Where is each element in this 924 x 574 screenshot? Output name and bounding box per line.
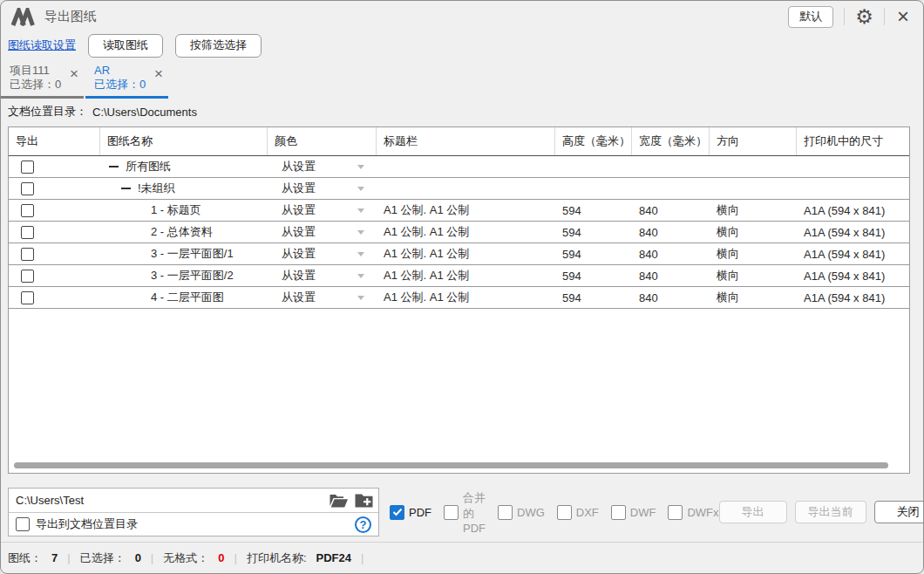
format-dwg[interactable]: DWG	[498, 505, 545, 520]
row-export-checkbox[interactable]	[21, 204, 34, 217]
width-cell: 840	[632, 287, 710, 308]
checkbox-icon[interactable]	[557, 505, 572, 520]
sheets-table: 导出 图纸名称 颜色 标题栏 高度（毫米） 宽度（毫米） 方向 打印机中的尺寸 …	[8, 126, 910, 474]
drawing-name: 4 - 二层平面图	[151, 290, 224, 305]
no-format-label: 无格式：	[163, 550, 208, 566]
export-current-button[interactable]: 导出当前	[795, 501, 866, 523]
color-dropdown[interactable]: 从设置	[268, 265, 377, 286]
tab-close-icon[interactable]: ×	[70, 64, 80, 83]
table-row: 3 - 一层平面图/1 从设置 A1 公制. A1 公制 594 840 横向 …	[9, 243, 909, 265]
row-export-checkbox[interactable]	[21, 270, 34, 283]
drawing-name: 2 - 总体资料	[151, 224, 213, 240]
divider: |	[234, 551, 236, 564]
row-export-checkbox[interactable]	[21, 291, 34, 304]
close-button[interactable]: 关闭	[874, 501, 924, 523]
output-path-panel: 导出到文档位置目录 ?	[8, 488, 379, 536]
col-drawing-name: 图纸名称	[100, 127, 268, 155]
divider	[884, 8, 885, 25]
default-button[interactable]: 默认	[788, 6, 833, 28]
divider	[844, 8, 845, 25]
format-merged-pdf[interactable]: 合并的PDF	[444, 490, 486, 535]
orientation-cell	[710, 156, 797, 177]
checkbox-icon[interactable]	[498, 505, 513, 520]
printer-size-cell: A1A (594 x 841)	[797, 287, 909, 308]
table-row: 2 - 总体资料 从设置 A1 公制. A1 公制 594 840 横向 A1A…	[9, 222, 909, 243]
color-dropdown[interactable]: 从设置	[268, 243, 377, 264]
export-drawings-dialog: 导出图纸 默认 ⚙ × 图纸读取设置 读取图纸 按筛选选择 项目111 已选择：…	[0, 0, 924, 574]
drawing-name: 1 - 标题页	[151, 202, 201, 218]
height-cell: 594	[555, 243, 632, 264]
format-dwf[interactable]: DWF	[611, 505, 656, 520]
checkbox-icon[interactable]	[444, 505, 459, 520]
tab-project111[interactable]: 项目111 已选择：0 ×	[1, 62, 84, 99]
divider: |	[67, 551, 70, 564]
checkbox-icon[interactable]	[668, 505, 683, 520]
height-cell: 594	[555, 222, 632, 243]
export-to-doc-checkbox[interactable]	[16, 517, 30, 531]
output-path-input[interactable]	[16, 494, 323, 507]
orientation-cell: 横向	[710, 222, 797, 243]
no-format-value: 0	[218, 551, 224, 564]
color-dropdown[interactable]: 从设置	[268, 200, 377, 221]
printer-name-label: 打印机名称:	[247, 550, 307, 566]
width-cell	[632, 178, 710, 199]
orientation-cell: 横向	[710, 265, 797, 286]
color-dropdown[interactable]: 从设置	[268, 156, 377, 177]
scrollbar-thumb[interactable]	[14, 462, 888, 468]
tab-ar[interactable]: AR 已选择：0 ×	[85, 62, 168, 99]
titlebar-actions: 默认 ⚙ ×	[788, 6, 911, 28]
col-export: 导出	[9, 127, 100, 155]
format-dwfx[interactable]: DWFx	[668, 505, 718, 520]
read-drawings-button[interactable]: 读取图纸	[88, 34, 163, 58]
chevron-down-icon	[357, 252, 364, 256]
printer-size-cell: A1A (594 x 841)	[797, 222, 909, 243]
titleblock-cell: A1 公制. A1 公制	[377, 265, 555, 286]
row-export-checkbox[interactable]	[21, 226, 34, 239]
chevron-down-icon	[357, 208, 364, 213]
action-buttons: 导出 导出当前 关闭	[719, 501, 924, 523]
document-location-label: 文档位置目录：	[8, 104, 87, 120]
format-dxf[interactable]: DXF	[557, 505, 599, 520]
export-button[interactable]: 导出	[719, 501, 787, 523]
row-export-checkbox[interactable]	[21, 182, 34, 195]
height-cell	[555, 178, 632, 199]
close-icon[interactable]: ×	[895, 6, 911, 27]
col-color: 颜色	[268, 127, 377, 155]
folder-open-icon[interactable]	[330, 494, 348, 508]
collapse-icon[interactable]	[121, 188, 131, 189]
titleblock-cell	[377, 178, 555, 199]
format-pdf[interactable]: PDF	[390, 505, 431, 520]
table-header: 导出 图纸名称 颜色 标题栏 高度（毫米） 宽度（毫米） 方向 打印机中的尺寸	[9, 127, 909, 156]
printer-size-cell	[797, 178, 909, 199]
table-empty-area	[9, 309, 909, 461]
folder-plus-icon[interactable]	[355, 494, 373, 508]
app-logo-icon	[10, 8, 36, 26]
printer-size-cell	[797, 156, 909, 177]
checkbox-checked-icon[interactable]	[390, 505, 404, 520]
color-dropdown[interactable]: 从设置	[268, 287, 377, 308]
color-dropdown[interactable]: 从设置	[268, 222, 377, 243]
status-bar: 图纸： 7 | 已选择： 0 | 无格式： 0 | 打印机名称: PDF24 |	[1, 542, 923, 573]
col-height: 高度（毫米）	[555, 127, 632, 155]
titleblock-cell: A1 公制. A1 公制	[377, 243, 555, 264]
table-row: 所有图纸 从设置	[9, 156, 909, 178]
help-icon[interactable]: ?	[355, 516, 371, 533]
sheets-count-value: 7	[51, 551, 58, 564]
gear-icon[interactable]: ⚙	[855, 7, 873, 27]
drawing-name: !未组织	[138, 181, 175, 196]
collapse-icon[interactable]	[109, 166, 119, 167]
color-dropdown[interactable]: 从设置	[268, 178, 377, 199]
drawing-read-settings-link[interactable]: 图纸读取设置	[8, 38, 76, 53]
chevron-down-icon	[357, 296, 364, 300]
selected-count-label: 已选择：	[80, 550, 126, 566]
row-export-checkbox[interactable]	[21, 161, 34, 174]
selected-count-value: 0	[135, 551, 141, 564]
col-titleblock: 标题栏	[377, 127, 555, 155]
height-cell: 594	[555, 287, 632, 308]
checkbox-icon[interactable]	[611, 505, 626, 520]
tab-close-icon[interactable]: ×	[154, 64, 165, 83]
printer-size-cell: A1A (594 x 841)	[797, 265, 909, 286]
select-by-filter-button[interactable]: 按筛选选择	[175, 34, 262, 58]
tab-selected-count: 已选择：0	[94, 78, 146, 92]
row-export-checkbox[interactable]	[21, 248, 34, 261]
